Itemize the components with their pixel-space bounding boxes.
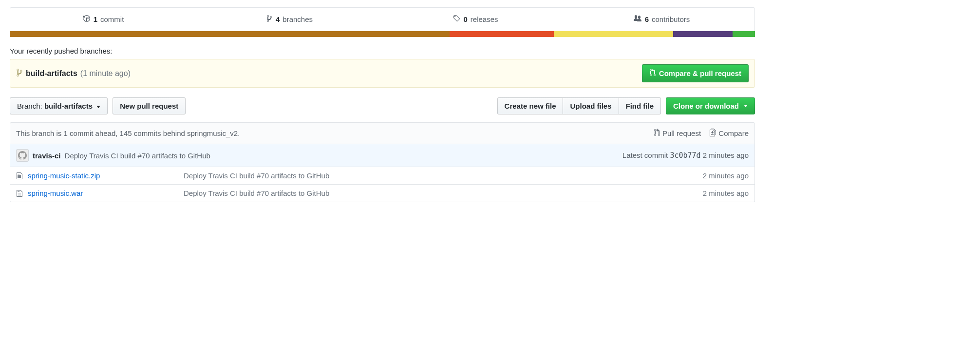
file-commit-message[interactable]: Deploy Travis CI build #70 artifacts to … [184, 171, 703, 180]
contributors-tab[interactable]: 6 contributors [568, 8, 754, 31]
find-file-button[interactable]: Find file [619, 97, 661, 114]
repo-stats-bar: 1 commit 4 branches 0 releases 6 contrib… [10, 7, 755, 31]
branch-current: build-artifacts [44, 102, 93, 110]
branch-info-bar: This branch is 1 commit ahead, 145 commi… [10, 122, 755, 144]
file-row: spring-music.warDeploy Travis CI build #… [10, 185, 755, 202]
mark-github-icon [18, 151, 27, 160]
caret-down-icon [744, 105, 748, 107]
recent-branch-ago: (1 minute ago) [80, 69, 131, 78]
contributors-count: 6 [645, 15, 649, 23]
compare-pull-request-label: Compare & pull request [659, 69, 741, 77]
recent-branch-box: build-artifacts (1 minute ago) Compare &… [10, 59, 755, 88]
compare-pull-request-button[interactable]: Compare & pull request [642, 64, 749, 82]
language-segment[interactable] [673, 31, 733, 37]
branches-count: 4 [276, 15, 280, 23]
releases-count: 0 [463, 15, 467, 23]
history-icon [83, 15, 91, 24]
compare-link-label: Compare [718, 129, 749, 137]
language-segment[interactable] [733, 31, 755, 37]
file-icon [16, 190, 28, 197]
file-commit-age: 2 minutes ago [703, 171, 749, 180]
latest-commit-label: Latest commit [622, 151, 668, 159]
clone-download-label: Clone or download [673, 102, 739, 110]
file-commit-age: 2 minutes ago [703, 189, 749, 197]
commit-sha[interactable]: 3c0b77d [670, 151, 700, 160]
file-commit-message[interactable]: Deploy Travis CI build #70 artifacts to … [184, 189, 703, 197]
upload-files-button[interactable]: Upload files [563, 97, 619, 114]
git-branch-icon [16, 68, 23, 79]
recent-branch-name[interactable]: build-artifacts [26, 69, 77, 78]
file-row: spring-music-static.zipDeploy Travis CI … [10, 167, 755, 185]
branch-compare-text: This branch is 1 commit ahead, 145 commi… [16, 129, 240, 137]
git-branch-icon [266, 15, 273, 24]
language-segment[interactable] [450, 31, 554, 37]
commit-message[interactable]: Deploy Travis CI build #70 artifacts to … [65, 152, 210, 160]
commits-count: 1 [94, 15, 97, 23]
file-navigation: Branch: build-artifacts New pull request… [10, 97, 755, 114]
releases-label: releases [471, 15, 498, 23]
language-bar[interactable] [10, 31, 755, 37]
language-segment[interactable] [10, 31, 450, 37]
file-actions-group: Create new file Upload files Find file [497, 97, 661, 114]
caret-down-icon [96, 106, 100, 108]
file-name-link[interactable]: spring-music.war [28, 189, 83, 197]
commits-tab[interactable]: 1 commit [10, 8, 196, 31]
tag-icon [452, 15, 460, 24]
create-new-file-button[interactable]: Create new file [497, 97, 564, 114]
clone-download-button[interactable]: Clone or download [666, 97, 755, 114]
recent-branches-heading: Your recently pushed branches: [10, 47, 755, 55]
releases-tab[interactable]: 0 releases [382, 8, 568, 31]
pull-request-link-label: Pull request [662, 129, 701, 137]
commits-label: commit [100, 15, 124, 23]
branches-tab[interactable]: 4 branches [196, 8, 382, 31]
pull-request-link[interactable]: Pull request [654, 129, 701, 138]
branch-label-prefix: Branch: [17, 102, 42, 110]
compare-link[interactable]: Compare [710, 129, 749, 138]
commit-ago: 2 minutes ago [703, 151, 749, 159]
git-pull-request-icon [649, 69, 656, 78]
latest-commit-bar: travis-ci Deploy Travis CI build #70 art… [10, 144, 755, 167]
new-pull-request-button[interactable]: New pull request [113, 97, 186, 114]
branch-select-menu[interactable]: Branch: build-artifacts [10, 97, 108, 114]
branches-label: branches [283, 15, 313, 23]
file-list: spring-music-static.zipDeploy Travis CI … [10, 167, 755, 202]
diff-icon [710, 129, 716, 138]
contributors-label: contributors [652, 15, 690, 23]
file-name-link[interactable]: spring-music-static.zip [28, 171, 100, 180]
commit-avatar[interactable] [16, 149, 29, 162]
people-icon [633, 15, 642, 24]
file-icon [16, 172, 28, 180]
git-pull-request-icon [654, 129, 660, 138]
commit-author[interactable]: travis-ci [33, 152, 61, 160]
language-segment[interactable] [554, 31, 673, 37]
